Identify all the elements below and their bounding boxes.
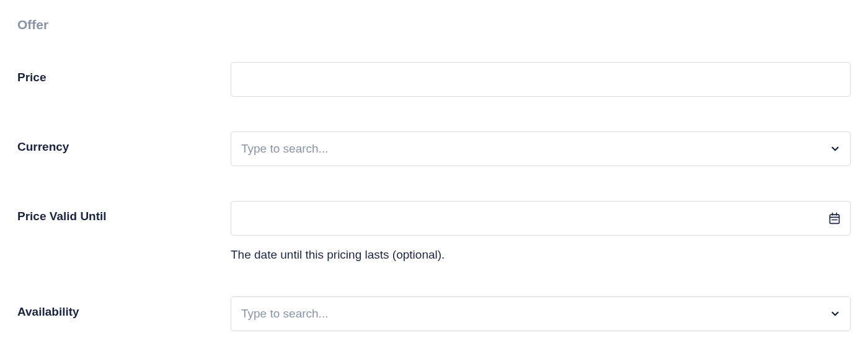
currency-field: Type to search... — [231, 131, 851, 166]
availability-placeholder: Type to search... — [241, 307, 328, 321]
price-row: Price — [17, 62, 851, 97]
availability-field: Type to search... — [231, 296, 851, 331]
price-valid-until-helper: The date until this pricing lasts (optio… — [231, 248, 851, 262]
availability-label: Availability — [17, 296, 231, 319]
price-input-box — [231, 62, 851, 97]
offer-section: Offer Price Currency Type to search... — [17, 17, 851, 331]
price-valid-until-row: Price Valid Until The date until this pr… — [17, 201, 851, 262]
availability-select[interactable]: Type to search... — [231, 296, 851, 331]
currency-row: Currency Type to search... — [17, 131, 851, 166]
currency-input-box: Type to search... — [231, 131, 851, 166]
availability-row: Availability Type to search... — [17, 296, 851, 331]
currency-label: Currency — [17, 131, 231, 154]
price-valid-until-input[interactable] — [231, 201, 851, 236]
currency-select[interactable]: Type to search... — [231, 131, 851, 166]
availability-input-box: Type to search... — [231, 296, 851, 331]
price-field — [231, 62, 851, 97]
currency-placeholder: Type to search... — [241, 142, 328, 156]
price-valid-until-input-box — [231, 201, 851, 236]
price-valid-until-field: The date until this pricing lasts (optio… — [231, 201, 851, 262]
price-valid-until-label: Price Valid Until — [17, 201, 231, 223]
price-input[interactable] — [231, 62, 851, 97]
section-title: Offer — [17, 17, 851, 32]
price-label: Price — [17, 62, 231, 84]
